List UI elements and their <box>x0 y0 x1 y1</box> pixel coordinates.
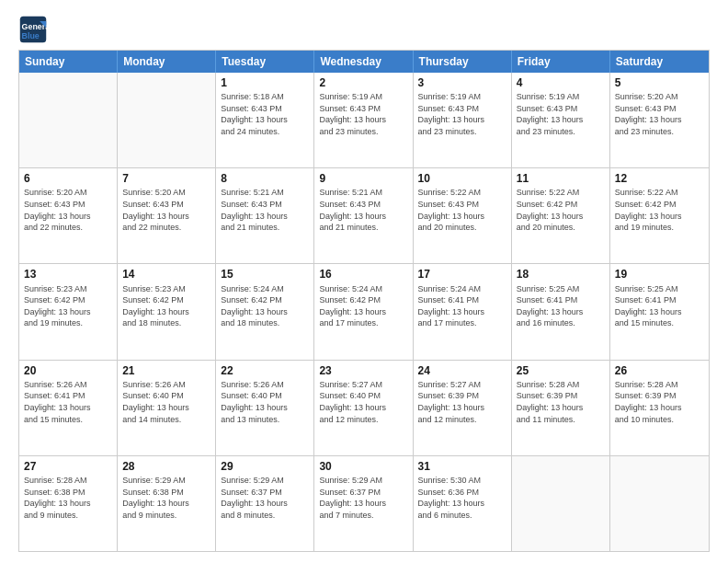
day-number: 8 <box>221 171 309 186</box>
header-day-sunday: Sunday <box>19 51 118 73</box>
day-number: 27 <box>24 459 112 474</box>
day-info: Sunrise: 5:26 AMSunset: 6:41 PMDaylight:… <box>24 379 112 425</box>
day-cell-27: 27Sunrise: 5:28 AMSunset: 6:38 PMDayligh… <box>19 456 118 551</box>
day-cell-5: 5Sunrise: 5:20 AMSunset: 6:43 PMDaylight… <box>610 73 709 167</box>
day-cell-6: 6Sunrise: 5:20 AMSunset: 6:43 PMDaylight… <box>19 168 118 263</box>
day-cell-9: 9Sunrise: 5:21 AMSunset: 6:43 PMDaylight… <box>314 168 413 263</box>
day-number: 7 <box>122 171 210 186</box>
header: General Blue <box>18 15 710 44</box>
day-info: Sunrise: 5:29 AMSunset: 6:37 PMDaylight:… <box>319 475 407 521</box>
logo-icon: General Blue <box>18 15 48 44</box>
day-info: Sunrise: 5:29 AMSunset: 6:38 PMDaylight:… <box>122 475 210 521</box>
day-number: 26 <box>615 363 704 378</box>
day-cell-13: 13Sunrise: 5:23 AMSunset: 6:42 PMDayligh… <box>19 264 118 359</box>
day-info: Sunrise: 5:19 AMSunset: 6:43 PMDaylight:… <box>517 91 605 137</box>
day-cell-18: 18Sunrise: 5:25 AMSunset: 6:41 PMDayligh… <box>512 264 610 359</box>
day-cell-28: 28Sunrise: 5:29 AMSunset: 6:38 PMDayligh… <box>118 456 216 551</box>
day-info: Sunrise: 5:28 AMSunset: 6:38 PMDaylight:… <box>24 475 112 521</box>
day-cell-29: 29Sunrise: 5:29 AMSunset: 6:37 PMDayligh… <box>216 456 314 551</box>
day-cell-16: 16Sunrise: 5:24 AMSunset: 6:42 PMDayligh… <box>314 264 413 359</box>
day-info: Sunrise: 5:26 AMSunset: 6:40 PMDaylight:… <box>122 379 210 425</box>
day-number: 16 <box>319 267 407 282</box>
day-cell-23: 23Sunrise: 5:27 AMSunset: 6:40 PMDayligh… <box>314 361 413 455</box>
day-cell-15: 15Sunrise: 5:24 AMSunset: 6:42 PMDayligh… <box>216 264 314 359</box>
day-info: Sunrise: 5:18 AMSunset: 6:43 PMDaylight:… <box>221 91 309 137</box>
calendar-body: 1Sunrise: 5:18 AMSunset: 6:43 PMDaylight… <box>19 73 709 551</box>
day-cell-24: 24Sunrise: 5:27 AMSunset: 6:39 PMDayligh… <box>414 361 512 455</box>
day-info: Sunrise: 5:28 AMSunset: 6:39 PMDaylight:… <box>615 379 704 425</box>
day-number: 28 <box>122 459 210 474</box>
day-cell-7: 7Sunrise: 5:20 AMSunset: 6:43 PMDaylight… <box>118 168 216 263</box>
day-number: 13 <box>24 267 112 282</box>
empty-cell <box>118 73 216 167</box>
day-number: 4 <box>517 75 605 90</box>
day-cell-20: 20Sunrise: 5:26 AMSunset: 6:41 PMDayligh… <box>19 361 118 455</box>
calendar-row-0: 1Sunrise: 5:18 AMSunset: 6:43 PMDaylight… <box>19 73 709 167</box>
day-number: 9 <box>319 171 407 186</box>
day-info: Sunrise: 5:19 AMSunset: 6:43 PMDaylight:… <box>319 91 407 137</box>
day-cell-19: 19Sunrise: 5:25 AMSunset: 6:41 PMDayligh… <box>610 264 709 359</box>
day-info: Sunrise: 5:26 AMSunset: 6:40 PMDaylight:… <box>221 379 309 425</box>
day-number: 30 <box>319 459 407 474</box>
header-day-monday: Monday <box>118 51 216 73</box>
day-cell-26: 26Sunrise: 5:28 AMSunset: 6:39 PMDayligh… <box>610 361 709 455</box>
day-cell-4: 4Sunrise: 5:19 AMSunset: 6:43 PMDaylight… <box>512 73 610 167</box>
day-info: Sunrise: 5:25 AMSunset: 6:41 PMDaylight:… <box>517 283 605 329</box>
day-number: 11 <box>517 171 605 186</box>
day-number: 1 <box>221 75 309 90</box>
day-info: Sunrise: 5:22 AMSunset: 6:43 PMDaylight:… <box>418 187 506 233</box>
day-cell-31: 31Sunrise: 5:30 AMSunset: 6:36 PMDayligh… <box>414 456 512 551</box>
day-number: 10 <box>418 171 506 186</box>
day-info: Sunrise: 5:22 AMSunset: 6:42 PMDaylight:… <box>615 187 704 233</box>
empty-cell <box>512 456 610 551</box>
day-cell-17: 17Sunrise: 5:24 AMSunset: 6:41 PMDayligh… <box>414 264 512 359</box>
day-cell-10: 10Sunrise: 5:22 AMSunset: 6:43 PMDayligh… <box>414 168 512 263</box>
day-number: 6 <box>24 171 112 186</box>
empty-cell <box>610 456 709 551</box>
day-info: Sunrise: 5:21 AMSunset: 6:43 PMDaylight:… <box>319 187 407 233</box>
calendar-row-1: 6Sunrise: 5:20 AMSunset: 6:43 PMDaylight… <box>19 167 709 263</box>
day-number: 19 <box>615 267 704 282</box>
header-day-saturday: Saturday <box>610 51 709 73</box>
day-number: 25 <box>517 363 605 378</box>
day-info: Sunrise: 5:27 AMSunset: 6:40 PMDaylight:… <box>319 379 407 425</box>
empty-cell <box>19 73 118 167</box>
day-cell-25: 25Sunrise: 5:28 AMSunset: 6:39 PMDayligh… <box>512 361 610 455</box>
calendar-row-2: 13Sunrise: 5:23 AMSunset: 6:42 PMDayligh… <box>19 263 709 359</box>
day-info: Sunrise: 5:25 AMSunset: 6:41 PMDaylight:… <box>615 283 704 329</box>
day-number: 18 <box>517 267 605 282</box>
day-info: Sunrise: 5:24 AMSunset: 6:42 PMDaylight:… <box>221 283 309 329</box>
day-cell-14: 14Sunrise: 5:23 AMSunset: 6:42 PMDayligh… <box>118 264 216 359</box>
day-number: 22 <box>221 363 309 378</box>
day-info: Sunrise: 5:19 AMSunset: 6:43 PMDaylight:… <box>418 91 506 137</box>
day-cell-3: 3Sunrise: 5:19 AMSunset: 6:43 PMDaylight… <box>414 73 512 167</box>
header-day-thursday: Thursday <box>414 51 512 73</box>
day-cell-8: 8Sunrise: 5:21 AMSunset: 6:43 PMDaylight… <box>216 168 314 263</box>
day-number: 3 <box>418 75 506 90</box>
day-info: Sunrise: 5:23 AMSunset: 6:42 PMDaylight:… <box>24 283 112 329</box>
calendar: SundayMondayTuesdayWednesdayThursdayFrid… <box>18 50 710 552</box>
calendar-header: SundayMondayTuesdayWednesdayThursdayFrid… <box>19 51 709 73</box>
day-cell-1: 1Sunrise: 5:18 AMSunset: 6:43 PMDaylight… <box>216 73 314 167</box>
day-number: 24 <box>418 363 506 378</box>
day-number: 29 <box>221 459 309 474</box>
day-number: 17 <box>418 267 506 282</box>
day-info: Sunrise: 5:30 AMSunset: 6:36 PMDaylight:… <box>418 475 506 521</box>
day-info: Sunrise: 5:23 AMSunset: 6:42 PMDaylight:… <box>122 283 210 329</box>
header-day-wednesday: Wednesday <box>314 51 413 73</box>
day-number: 31 <box>418 459 506 474</box>
calendar-row-3: 20Sunrise: 5:26 AMSunset: 6:41 PMDayligh… <box>19 360 709 455</box>
day-info: Sunrise: 5:24 AMSunset: 6:42 PMDaylight:… <box>319 283 407 329</box>
day-number: 12 <box>615 171 704 186</box>
day-info: Sunrise: 5:20 AMSunset: 6:43 PMDaylight:… <box>122 187 210 233</box>
header-day-friday: Friday <box>512 51 610 73</box>
day-number: 5 <box>615 75 704 90</box>
day-cell-22: 22Sunrise: 5:26 AMSunset: 6:40 PMDayligh… <box>216 361 314 455</box>
day-cell-30: 30Sunrise: 5:29 AMSunset: 6:37 PMDayligh… <box>314 456 413 551</box>
page: General Blue SundayMondayTuesdayWednesda… <box>0 0 728 563</box>
header-day-tuesday: Tuesday <box>216 51 314 73</box>
day-cell-11: 11Sunrise: 5:22 AMSunset: 6:42 PMDayligh… <box>512 168 610 263</box>
day-info: Sunrise: 5:20 AMSunset: 6:43 PMDaylight:… <box>24 187 112 233</box>
day-cell-21: 21Sunrise: 5:26 AMSunset: 6:40 PMDayligh… <box>118 361 216 455</box>
day-info: Sunrise: 5:28 AMSunset: 6:39 PMDaylight:… <box>517 379 605 425</box>
